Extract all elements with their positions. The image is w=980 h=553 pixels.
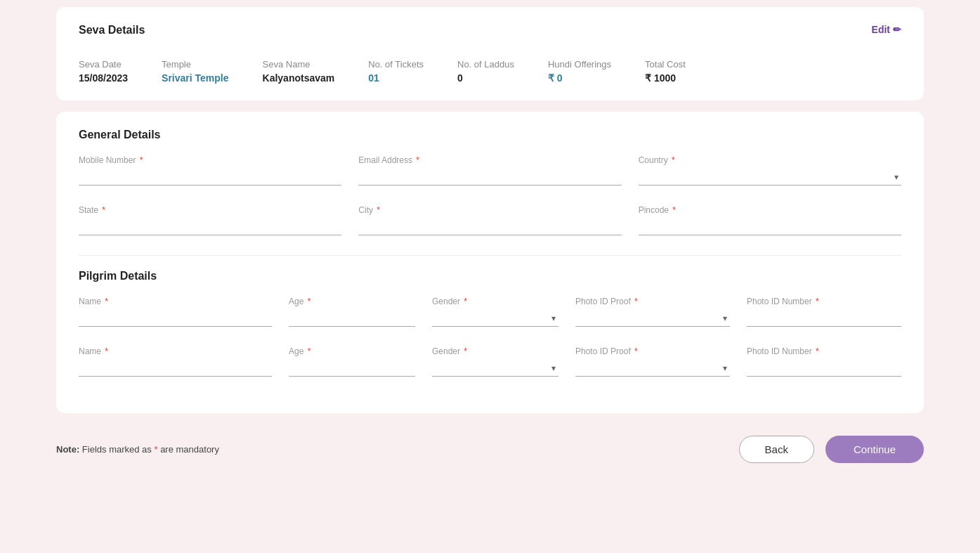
pilgrim1-gender-select[interactable]: Male Female — [432, 309, 558, 327]
pincode-required-star: * — [670, 205, 676, 215]
hundi-label: Hundi Offerings — [548, 59, 611, 70]
pilgrim2-photo-id-number-label: Photo ID Number * — [747, 346, 901, 356]
city-group: City * — [358, 205, 621, 235]
note-text: Note: Fields marked as * are mandatory — [56, 444, 219, 455]
email-required-star: * — [414, 155, 419, 165]
mobile-number-label: Mobile Number * — [79, 155, 341, 165]
pilgrim2-name-label: Name * — [79, 346, 272, 356]
seva-date-value: 15/08/2023 — [79, 72, 128, 84]
tickets-field: No. of Tickets 01 — [368, 59, 424, 84]
general-details-card: General Details Mobile Number * Email Ad… — [56, 112, 924, 413]
seva-fields-row: Seva Date 15/08/2023 Temple Srivari Temp… — [79, 59, 901, 84]
pilgrim2-gender-select[interactable]: Male Female — [432, 359, 558, 377]
pilgrim1-gender-group: Gender * Male Female — [432, 297, 558, 327]
pincode-group: Pincode * — [639, 205, 901, 235]
pilgrim1-photo-id-proof-select[interactable]: Aadhar Passport — [575, 309, 730, 327]
seva-details-card: Seva Details Edit ✏ Seva Date 15/08/2023… — [56, 7, 924, 100]
pilgrim2-photo-id-proof-group: Photo ID Proof * Aadhar Passport — [575, 346, 730, 377]
note-required-star: * — [154, 444, 160, 455]
hundi-value: ₹ 0 — [548, 72, 611, 84]
pilgrim1-age-input[interactable] — [289, 309, 415, 327]
temple-label: Temple — [162, 59, 228, 70]
pilgrim2-gender-select-wrapper: Male Female — [432, 359, 558, 377]
seva-details-title: Seva Details — [79, 24, 145, 37]
edit-button[interactable]: Edit ✏ — [872, 24, 901, 35]
pilgrim1-name-label: Name * — [79, 297, 272, 306]
email-address-label: Email Address * — [358, 155, 621, 165]
pilgrim2-photo-id-proof-select[interactable]: Aadhar Passport — [575, 359, 730, 377]
mobile-required-star: * — [137, 155, 143, 165]
general-row-2: State * City * Pincode * — [79, 205, 901, 235]
state-input[interactable] — [79, 218, 341, 235]
seva-name-field: Seva Name Kalyanotsavam — [263, 59, 335, 84]
note-body: Fields marked as * are mandatory — [82, 444, 219, 455]
pincode-label: Pincode * — [639, 205, 901, 215]
pilgrim2-name-input[interactable] — [79, 359, 272, 377]
seva-name-value: Kalyanotsavam — [263, 72, 335, 84]
country-select-wrapper: India USA — [639, 168, 901, 186]
pincode-input[interactable] — [639, 218, 901, 235]
seva-name-label: Seva Name — [263, 59, 335, 70]
mobile-number-group: Mobile Number * — [79, 155, 341, 186]
email-address-input[interactable] — [358, 168, 621, 186]
section-divider — [79, 255, 901, 256]
pilgrim1-photo-id-proof-group: Photo ID Proof * Aadhar Passport — [575, 297, 730, 327]
pilgrim1-photo-id-number-label: Photo ID Number * — [747, 297, 901, 306]
pilgrim-details-title: Pilgrim Details — [79, 270, 901, 282]
laddus-label: No. of Laddus — [457, 59, 514, 70]
state-required-star: * — [100, 205, 105, 215]
city-input[interactable] — [358, 218, 621, 235]
pilgrim1-age-group: Age * — [289, 297, 415, 327]
country-select[interactable]: India USA — [639, 168, 901, 186]
footer: Note: Fields marked as * are mandatory B… — [56, 424, 924, 463]
seva-date-label: Seva Date — [79, 59, 128, 70]
pilgrim1-name-input[interactable] — [79, 309, 272, 327]
pilgrim-row-1: Name * Age * Gender * Male Female — [79, 297, 901, 327]
state-group: State * — [79, 205, 341, 235]
pilgrim2-name-group: Name * — [79, 346, 272, 377]
pilgrim2-gender-group: Gender * Male Female — [432, 346, 558, 377]
email-address-group: Email Address * — [358, 155, 621, 186]
pilgrim2-age-input[interactable] — [289, 359, 415, 377]
pilgrim1-name-group: Name * — [79, 297, 272, 327]
pilgrim2-photo-id-proof-label: Photo ID Proof * — [575, 346, 730, 356]
total-cost-value: ₹ 1000 — [645, 72, 686, 84]
tickets-value: 01 — [368, 72, 424, 84]
total-cost-field: Total Cost ₹ 1000 — [645, 59, 686, 84]
pilgrim2-gender-label: Gender * — [432, 346, 558, 356]
pilgrim2-photo-id-proof-select-wrapper: Aadhar Passport — [575, 359, 730, 377]
pilgrim-row-2: Name * Age * Gender * Male Female — [79, 346, 901, 377]
continue-button[interactable]: Continue — [825, 436, 924, 463]
edit-icon: ✏ — [893, 24, 901, 35]
footer-buttons: Back Continue — [739, 436, 924, 463]
pilgrim1-photo-id-number-input[interactable] — [747, 309, 901, 327]
hundi-field: Hundi Offerings ₹ 0 — [548, 59, 611, 84]
pilgrim1-gender-select-wrapper: Male Female — [432, 309, 558, 327]
pilgrim2-age-label: Age * — [289, 346, 415, 356]
pilgrim1-photo-id-proof-select-wrapper: Aadhar Passport — [575, 309, 730, 327]
total-cost-label: Total Cost — [645, 59, 686, 70]
country-group: Country * India USA — [639, 155, 901, 186]
laddus-value: 0 — [457, 72, 514, 84]
general-row-1: Mobile Number * Email Address * Country … — [79, 155, 901, 186]
pilgrim2-photo-id-number-group: Photo ID Number * — [747, 346, 901, 377]
state-label: State * — [79, 205, 341, 215]
laddus-field: No. of Laddus 0 — [457, 59, 514, 84]
pilgrim2-photo-id-number-input[interactable] — [747, 359, 901, 377]
pilgrim2-age-group: Age * — [289, 346, 415, 377]
country-label: Country * — [639, 155, 901, 165]
city-label: City * — [358, 205, 621, 215]
country-required-star: * — [669, 155, 675, 165]
pilgrim1-photo-id-proof-label: Photo ID Proof * — [575, 297, 730, 306]
seva-header: Seva Details Edit ✏ — [79, 24, 901, 51]
pilgrim1-gender-label: Gender * — [432, 297, 558, 306]
pilgrim1-photo-id-number-group: Photo ID Number * — [747, 297, 901, 327]
general-details-title: General Details — [79, 129, 901, 141]
tickets-label: No. of Tickets — [368, 59, 424, 70]
pilgrim1-age-label: Age * — [289, 297, 415, 306]
back-button[interactable]: Back — [739, 436, 814, 463]
seva-date-field: Seva Date 15/08/2023 — [79, 59, 128, 84]
mobile-number-input[interactable] — [79, 168, 341, 186]
city-required-star: * — [374, 205, 380, 215]
temple-field: Temple Srivari Temple — [162, 59, 228, 84]
